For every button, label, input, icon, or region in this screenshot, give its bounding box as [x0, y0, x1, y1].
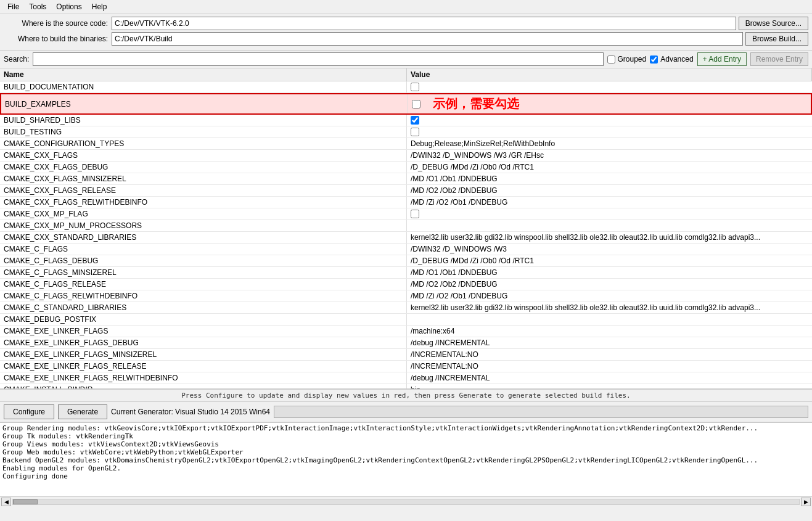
cell-value: /MD /O2 /Ob2 /DNDEBUG	[407, 185, 812, 196]
build-row: Where to build the binaries: Browse Buil…	[4, 32, 808, 46]
menu-tools[interactable]: Tools	[24, 1, 51, 12]
cell-name: CMAKE_C_FLAGS_MINSIZEREL	[0, 267, 407, 278]
build-path-input[interactable]	[112, 32, 743, 46]
table-row: CMAKE_CXX_FLAGS_RELEASE/MD /O2 /Ob2 /DND…	[0, 185, 812, 197]
table-row: CMAKE_C_FLAGS_MINSIZEREL/MD /O1 /Ob1 /DN…	[0, 267, 812, 279]
cell-value: kernel32.lib user32.lib gdi32.lib winspo…	[407, 232, 812, 243]
remove-entry-button[interactable]: Remove Entry	[750, 52, 808, 66]
cell-value: /machine:x64	[407, 326, 812, 337]
horizontal-scrollbar: ◀ ▶	[0, 496, 812, 506]
search-input[interactable]	[33, 52, 603, 66]
cell-name: CMAKE_C_STANDARD_LIBRARIES	[0, 302, 407, 313]
value-checkbox[interactable]	[411, 128, 419, 136]
search-label: Search:	[4, 55, 29, 64]
cell-name: CMAKE_EXE_LINKER_FLAGS	[0, 326, 407, 337]
grouped-checkbox[interactable]	[607, 55, 615, 64]
table-row: CMAKE_EXE_LINKER_FLAGS_RELEASE/INCREMENT…	[0, 361, 812, 372]
menu-file[interactable]: File	[2, 1, 24, 12]
log-area: Group Rendering modules: vtkGeovisCore;v…	[0, 422, 812, 496]
scroll-track	[12, 499, 800, 505]
cell-name: CMAKE_CONFIGURATION_TYPES	[0, 138, 407, 149]
advanced-checkbox[interactable]	[650, 55, 658, 64]
col-name-header: Name	[0, 68, 407, 81]
cell-value: kernel32.lib user32.lib gdi32.lib winspo…	[407, 302, 812, 313]
table-row: CMAKE_CXX_MP_FLAG	[0, 208, 812, 220]
cell-value[interactable]	[407, 126, 812, 137]
scroll-thumb[interactable]	[13, 499, 38, 504]
table-row: CMAKE_CXX_FLAGS_DEBUG/D_DEBUG /MDd /Zi /…	[0, 162, 812, 173]
value-checkbox[interactable]	[411, 210, 419, 218]
cell-value: /MD /O1 /Ob1 /DNDEBUG	[407, 267, 812, 278]
cell-name: CMAKE_CXX_FLAGS_MINSIZEREL	[0, 173, 407, 184]
cell-value	[407, 220, 812, 231]
value-checkbox[interactable]	[412, 100, 420, 109]
table-row: CMAKE_C_STANDARD_LIBRARIESkernel32.lib u…	[0, 302, 812, 314]
cell-value: /MD /Zi /O2 /Ob1 /DNDEBUG	[407, 290, 812, 302]
cell-value[interactable]: 示例，需要勾选	[408, 94, 811, 113]
source-label: Where is the source code:	[4, 19, 112, 28]
cell-name: CMAKE_CXX_MP_NUM_PROCESSORS	[0, 220, 407, 231]
top-section: Where is the source code: Browse Source.…	[0, 14, 812, 51]
source-path-input[interactable]	[112, 17, 736, 30]
cell-name: CMAKE_DEBUG_POSTFIX	[0, 314, 407, 325]
cell-name: CMAKE_INSTALL_BINDIR	[0, 384, 407, 389]
cell-name: CMAKE_EXE_LINKER_FLAGS_RELWITHDEBINFO	[0, 372, 407, 384]
cell-value: Debug;Release;MinSizeRel;RelWithDebInfo	[407, 138, 812, 149]
cell-name: BUILD_EXAMPLES	[1, 94, 408, 113]
table-row: CMAKE_EXE_LINKER_FLAGS /machine:x64	[0, 326, 812, 337]
table-row: BUILD_TESTING	[0, 126, 812, 138]
menu-options[interactable]: Options	[51, 1, 86, 12]
menubar: File Tools Options Help	[0, 0, 812, 14]
cell-value: /MD /Zi /O2 /Ob1 /DNDEBUG	[407, 197, 812, 208]
cell-value[interactable]	[407, 81, 812, 92]
cell-value	[407, 314, 812, 325]
generate-button[interactable]: Generate	[58, 404, 107, 419]
log-line: Group Web modules: vtkWebCore;vtkWebPyth…	[2, 448, 810, 456]
source-row: Where is the source code: Browse Source.…	[4, 17, 808, 30]
log-line: Group Tk modules: vtkRenderingTk	[2, 432, 810, 440]
menu-help[interactable]: Help	[87, 1, 112, 12]
table-row: CMAKE_EXE_LINKER_FLAGS_RELWITHDEBINFO/de…	[0, 372, 812, 384]
browse-source-button[interactable]: Browse Source...	[739, 17, 808, 30]
cell-name: CMAKE_CXX_FLAGS	[0, 150, 407, 161]
cell-value[interactable]	[407, 115, 812, 126]
status-bar: Press Configure to update and display ne…	[0, 389, 812, 402]
cmake-table: Name Value BUILD_DOCUMENTATIONBUILD_EXAM…	[0, 68, 812, 389]
table-row: CMAKE_C_FLAGS_DEBUG/D_DEBUG /MDd /Zi /Ob…	[0, 255, 812, 267]
add-entry-button[interactable]: + Add Entry	[697, 52, 747, 66]
cell-name: BUILD_DOCUMENTATION	[0, 81, 407, 92]
table-row: CMAKE_CXX_FLAGS_MINSIZEREL/MD /O1 /Ob1 /…	[0, 173, 812, 185]
table-row: CMAKE_CONFIGURATION_TYPESDebug;Release;M…	[0, 138, 812, 150]
grouped-label[interactable]: Grouped	[618, 55, 647, 64]
configure-button[interactable]: Configure	[4, 404, 54, 419]
value-checkbox[interactable]	[411, 83, 419, 91]
value-checkbox[interactable]	[411, 116, 419, 125]
scroll-right-button[interactable]: ▶	[801, 498, 811, 506]
annotation-text: 示例，需要勾选	[433, 96, 519, 112]
table-row: BUILD_SHARED_LIBS	[0, 115, 812, 126]
cell-value[interactable]	[407, 208, 812, 219]
cell-name: CMAKE_CXX_STANDARD_LIBRARIES	[0, 232, 407, 243]
table-row: CMAKE_EXE_LINKER_FLAGS_MINSIZEREL/INCREM…	[0, 349, 812, 361]
grouped-group: Grouped	[607, 55, 647, 64]
table-row: BUILD_DOCUMENTATION	[0, 81, 812, 93]
scroll-left-button[interactable]: ◀	[1, 498, 11, 506]
log-line: Backend OpenGL2 modules: vtkDomainsChemi…	[2, 456, 810, 464]
cell-name: CMAKE_CXX_FLAGS_DEBUG	[0, 162, 407, 173]
table-row: CMAKE_INSTALL_BINDIRbin	[0, 384, 812, 389]
advanced-label[interactable]: Advanced	[660, 55, 693, 64]
cell-value: /INCREMENTAL:NO	[407, 361, 812, 372]
table-row: CMAKE_C_FLAGS /DWIN32 /D_WINDOWS /W3	[0, 244, 812, 255]
cell-name: BUILD_SHARED_LIBS	[0, 115, 407, 126]
log-line: Group Views modules: vtkViewsContext2D;v…	[2, 440, 810, 448]
table-row: CMAKE_CXX_STANDARD_LIBRARIESkernel32.lib…	[0, 232, 812, 244]
log-line: Group Rendering modules: vtkGeovisCore;v…	[2, 424, 810, 432]
cell-name: CMAKE_C_FLAGS_DEBUG	[0, 255, 407, 266]
cell-value: /MD /O1 /Ob1 /DNDEBUG	[407, 173, 812, 184]
browse-build-button[interactable]: Browse Build...	[745, 32, 808, 46]
cell-value: /DWIN32 /D_WINDOWS /W3	[407, 244, 812, 255]
table-body: BUILD_DOCUMENTATIONBUILD_EXAMPLES示例，需要勾选…	[0, 81, 812, 389]
cell-value: /MD /O2 /Ob2 /DNDEBUG	[407, 279, 812, 290]
build-label: Where to build the binaries:	[4, 35, 112, 43]
table-row: CMAKE_C_FLAGS_RELEASE/MD /O2 /Ob2 /DNDEB…	[0, 279, 812, 290]
